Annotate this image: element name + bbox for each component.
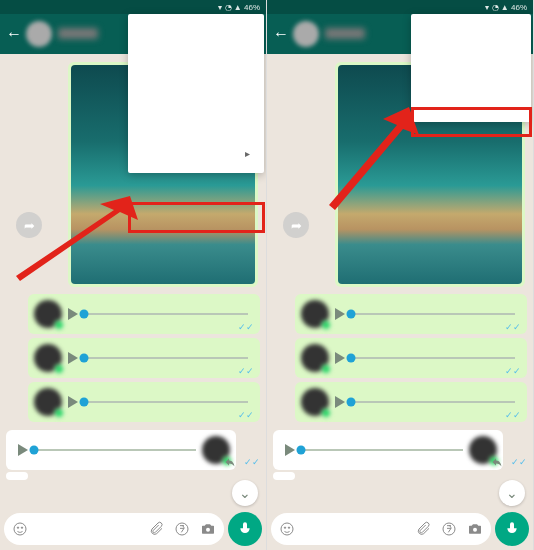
voice-avatar — [301, 344, 329, 372]
camera-icon[interactable] — [200, 521, 216, 537]
mic-badge-icon — [321, 320, 331, 330]
voice-message[interactable]: ✓✓ — [28, 338, 260, 378]
menu-report[interactable] — [411, 18, 531, 38]
menu-search[interactable] — [128, 58, 264, 78]
svg-point-3 — [14, 523, 26, 535]
mic-badge-icon — [321, 408, 331, 418]
more-submenu — [411, 14, 531, 122]
play-icon[interactable] — [68, 308, 78, 320]
status-bar: ▾ ◔ ▲ 46% — [267, 0, 533, 14]
mic-badge-icon — [54, 364, 64, 374]
menu-media-links-docs[interactable] — [128, 38, 264, 58]
composer — [4, 512, 262, 546]
voice-message-incoming[interactable] — [273, 430, 503, 470]
back-icon[interactable]: ← — [273, 25, 289, 43]
message-input[interactable] — [4, 513, 224, 545]
mic-badge-icon — [54, 320, 64, 330]
emoji-icon[interactable] — [279, 521, 295, 537]
voice-track[interactable] — [34, 449, 196, 451]
read-ticks-icon: ✓✓ — [238, 322, 254, 332]
voice-track[interactable] — [351, 401, 515, 403]
read-ticks-icon: ✓✓ — [511, 457, 527, 467]
voice-message[interactable]: ✓✓ — [295, 382, 527, 422]
play-icon[interactable] — [335, 308, 345, 320]
voice-track[interactable] — [84, 357, 248, 359]
forward-icon[interactable]: ➦ — [16, 212, 42, 238]
outgoing-reply-indicator: ✓✓ — [491, 456, 527, 468]
voice-message[interactable]: ✓✓ — [28, 294, 260, 334]
reply-icon — [491, 456, 503, 468]
svg-point-16 — [473, 528, 477, 532]
mic-button[interactable] — [228, 512, 262, 546]
svg-point-15 — [443, 523, 455, 535]
play-icon[interactable] — [68, 396, 78, 408]
text-message-incoming[interactable] — [273, 472, 295, 480]
voice-avatar — [301, 388, 329, 416]
svg-point-5 — [21, 527, 22, 528]
voice-avatar — [301, 300, 329, 328]
menu-disappearing-messages[interactable] — [128, 98, 264, 118]
play-icon[interactable] — [335, 352, 345, 364]
svg-point-4 — [17, 527, 18, 528]
svg-point-12 — [281, 523, 293, 535]
voice-time: ✓✓ — [236, 366, 254, 376]
scroll-to-bottom-button[interactable]: ⌄ — [232, 480, 258, 506]
message-input[interactable] — [271, 513, 491, 545]
voice-avatar — [34, 344, 62, 372]
mic-button[interactable] — [495, 512, 529, 546]
voice-time: ✓✓ — [236, 322, 254, 332]
voice-track[interactable] — [351, 357, 515, 359]
play-icon[interactable] — [335, 396, 345, 408]
avatar[interactable] — [293, 21, 319, 47]
read-ticks-icon: ✓✓ — [238, 366, 254, 376]
voice-track[interactable] — [84, 313, 248, 315]
voice-track[interactable] — [84, 401, 248, 403]
emoji-icon[interactable] — [12, 521, 28, 537]
forward-icon[interactable]: ➦ — [283, 212, 309, 238]
play-icon[interactable] — [18, 444, 28, 456]
play-icon[interactable] — [285, 444, 295, 456]
attach-icon[interactable] — [148, 521, 164, 537]
contact-name — [58, 28, 98, 39]
menu-more[interactable]: ▸ — [128, 138, 264, 169]
menu-view-contact[interactable] — [128, 18, 264, 38]
outgoing-reply-indicator: ✓✓ — [224, 456, 260, 468]
attach-icon[interactable] — [415, 521, 431, 537]
reply-icon — [224, 456, 236, 468]
voice-avatar — [34, 388, 62, 416]
svg-point-7 — [206, 528, 210, 532]
rupee-icon[interactable] — [174, 521, 190, 537]
rupee-icon[interactable] — [441, 521, 457, 537]
voice-time: ✓✓ — [503, 410, 521, 420]
menu-mute-notifications[interactable] — [128, 78, 264, 98]
voice-time: ✓✓ — [503, 366, 521, 376]
voice-message[interactable]: ✓✓ — [295, 294, 527, 334]
menu-clear-chat[interactable] — [411, 58, 531, 78]
camera-icon[interactable] — [467, 521, 483, 537]
mic-icon — [504, 521, 520, 537]
chat-body: ➦ ✓✓ ✓✓ — [267, 54, 533, 510]
svg-point-6 — [176, 523, 188, 535]
voice-track[interactable] — [301, 449, 463, 451]
svg-point-14 — [288, 527, 289, 528]
scroll-to-bottom-button[interactable]: ⌄ — [499, 480, 525, 506]
composer — [271, 512, 529, 546]
play-icon[interactable] — [68, 352, 78, 364]
status-bar: ▾ ◔ ▲ 46% — [0, 0, 266, 14]
chevron-right-icon: ▸ — [245, 148, 250, 159]
voice-message[interactable]: ✓✓ — [295, 338, 527, 378]
text-message-incoming[interactable] — [6, 472, 28, 480]
menu-export-chat[interactable] — [411, 78, 531, 98]
voice-track[interactable] — [351, 313, 515, 315]
avatar[interactable] — [26, 21, 52, 47]
menu-block[interactable] — [411, 38, 531, 58]
voice-message-incoming[interactable] — [6, 430, 236, 470]
mic-icon — [237, 521, 253, 537]
voice-time: ✓✓ — [236, 410, 254, 420]
back-icon[interactable]: ← — [6, 25, 22, 43]
menu-wallpaper[interactable] — [128, 118, 264, 138]
menu-add-shortcut[interactable] — [411, 98, 531, 118]
voice-message[interactable]: ✓✓ — [28, 382, 260, 422]
read-ticks-icon: ✓✓ — [505, 366, 521, 376]
read-ticks-icon: ✓✓ — [505, 322, 521, 332]
